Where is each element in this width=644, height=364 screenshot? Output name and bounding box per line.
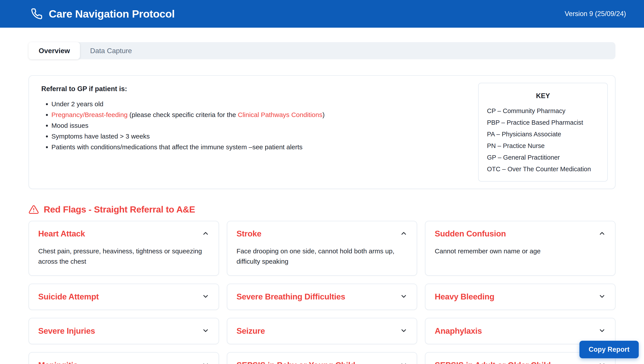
clinical-pathways-link[interactable]: Clinical Pathways Conditions bbox=[238, 111, 322, 118]
referral-bullet-immune: Patients with conditions/medications tha… bbox=[52, 142, 454, 152]
chevron-down-icon[interactable] bbox=[400, 293, 407, 301]
referral-bullet-mood: Mood issues bbox=[52, 120, 454, 131]
chevron-down-icon[interactable] bbox=[598, 293, 606, 301]
card-heart-attack: Heart Attack Chest pain, pressure, heavi… bbox=[29, 221, 219, 276]
key-title: KEY bbox=[487, 92, 599, 100]
abbreviation-key-box: KEY CP – Community Pharmacy PBP – Practi… bbox=[478, 83, 608, 182]
card-anaphylaxis[interactable]: Anaphylaxis bbox=[425, 318, 615, 344]
chevron-down-icon[interactable] bbox=[400, 327, 407, 335]
red-flags-grid: Heart Attack Chest pain, pressure, heavi… bbox=[29, 221, 615, 364]
chevron-down-icon[interactable] bbox=[202, 361, 209, 364]
referral-bullet-pregnancy: Pregnancy/Breast-feeding (please check s… bbox=[52, 109, 454, 120]
card-description: Chest pain, pressure, heaviness, tightne… bbox=[38, 246, 209, 266]
tab-data-capture[interactable]: Data Capture bbox=[80, 42, 142, 59]
card-suicide-attempt[interactable]: Suicide Attempt bbox=[29, 284, 219, 310]
card-heavy-bleeding[interactable]: Heavy Bleeding bbox=[425, 284, 615, 310]
card-sepsis-baby-young-child[interactable]: SEPSIS in Baby or Young Child bbox=[227, 352, 417, 364]
pregnancy-link[interactable]: Pregnancy/Breast-feeding bbox=[52, 111, 128, 118]
key-item-pn: PN – Practice Nurse bbox=[487, 140, 599, 152]
card-severe-breathing-difficulties[interactable]: Severe Breathing Difficulties bbox=[227, 284, 417, 310]
card-sudden-confusion: Sudden Confusion Cannot remember own nam… bbox=[425, 221, 615, 276]
referral-bullet-symptoms: Symptoms have lasted > 3 weeks bbox=[52, 131, 454, 142]
card-severe-injuries[interactable]: Severe Injuries bbox=[29, 318, 219, 344]
tab-bar: Overview Data Capture bbox=[29, 42, 615, 59]
key-item-pbp: PBP – Practice Based Pharmacist bbox=[487, 117, 599, 128]
card-seizure[interactable]: Seizure bbox=[227, 318, 417, 344]
referral-info-card: Referral to GP if patient is: Under 2 ye… bbox=[29, 75, 615, 189]
chevron-down-icon[interactable] bbox=[202, 293, 209, 301]
referral-bullet-under-2: Under 2 years old bbox=[52, 98, 454, 109]
card-description: Cannot remember own name or age bbox=[435, 246, 606, 256]
alert-triangle-icon bbox=[29, 204, 39, 215]
chevron-down-icon[interactable] bbox=[400, 361, 407, 364]
card-meningitis[interactable]: Meningitis bbox=[29, 352, 219, 364]
key-item-cp: CP – Community Pharmacy bbox=[487, 105, 599, 117]
key-item-gp: GP – General Practitioner bbox=[487, 152, 599, 163]
card-description: Face drooping on one side, cannot hold b… bbox=[237, 246, 408, 266]
key-item-pa: PA – Physicians Associate bbox=[487, 128, 599, 140]
red-flags-heading-label: Red Flags - Straight Referral to A&E bbox=[44, 204, 195, 215]
chevron-down-icon[interactable] bbox=[598, 361, 606, 364]
version-label: Version 9 (25/09/24) bbox=[565, 10, 626, 18]
chevron-up-icon[interactable] bbox=[598, 230, 606, 238]
referral-criteria-list: Under 2 years old Pregnancy/Breast-feedi… bbox=[41, 98, 454, 152]
card-stroke-toggle[interactable]: Stroke bbox=[237, 229, 408, 238]
chevron-up-icon[interactable] bbox=[400, 230, 407, 238]
app-header: Care Navigation Protocol Version 9 (25/0… bbox=[0, 0, 644, 28]
tab-overview[interactable]: Overview bbox=[29, 42, 80, 59]
card-sudden-confusion-toggle[interactable]: Sudden Confusion bbox=[435, 229, 606, 238]
red-flags-heading: Red Flags - Straight Referral to A&E bbox=[29, 204, 615, 215]
chevron-down-icon[interactable] bbox=[598, 327, 606, 335]
page-title: Care Navigation Protocol bbox=[49, 8, 175, 20]
card-heart-attack-toggle[interactable]: Heart Attack bbox=[38, 229, 209, 238]
phone-icon bbox=[31, 8, 43, 20]
card-stroke: Stroke Face drooping on one side, cannot… bbox=[227, 221, 417, 276]
copy-report-button[interactable]: Copy Report bbox=[579, 341, 639, 358]
key-item-otc: OTC – Over The Counter Medication bbox=[487, 163, 599, 175]
chevron-up-icon[interactable] bbox=[202, 230, 209, 238]
chevron-down-icon[interactable] bbox=[202, 327, 209, 335]
